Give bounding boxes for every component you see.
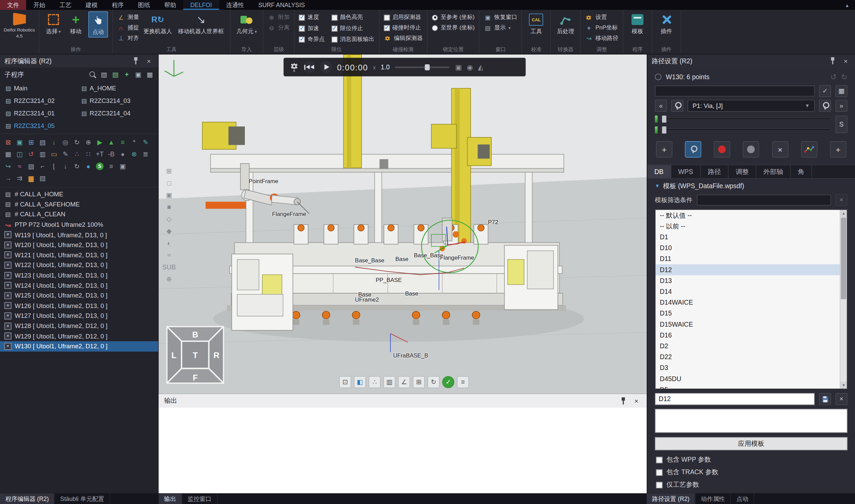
playback-settings-button[interactable]: ▾ — [290, 62, 298, 72]
slider-handle[interactable] — [662, 127, 666, 134]
delete-point-button[interactable]: × — [772, 141, 788, 157]
close-icon[interactable]: × — [144, 56, 154, 66]
scrollbar-thumb[interactable] — [841, 218, 846, 300]
template-list-item[interactable]: D1 — [656, 232, 840, 242]
viewport-strip-icon[interactable]: ⊕ — [166, 274, 172, 283]
viewport-bottom-icon[interactable]: ↻ — [428, 376, 440, 388]
program-toolbar-icon[interactable]: ◎ — [60, 138, 70, 147]
menu-item[interactable]: 程序 — [105, 0, 131, 10]
program-toolbar-icon[interactable]: ⊞ — [26, 138, 36, 147]
program-toolbar-icon[interactable]: ✎ — [141, 138, 150, 147]
viewport-strip-icon[interactable]: SUB — [162, 262, 176, 271]
template-section-header[interactable]: ▼ 模板 (WPS_DataFile.wpsdf) — [647, 179, 855, 193]
menu-item[interactable]: 文件 — [0, 0, 26, 10]
template-list-item[interactable]: D12 — [656, 264, 840, 275]
motion-type-dropdown[interactable]: P1: Via, [J] ▼ — [688, 100, 815, 112]
stop-button[interactable] — [743, 141, 759, 157]
viewport-strip-icon[interactable]: ⊞ — [166, 166, 172, 175]
prev-point-button[interactable]: « — [655, 100, 667, 112]
program-toolbar-icon[interactable]: ⌐ — [38, 161, 48, 171]
status-tab[interactable]: 动作属性 — [695, 493, 731, 504]
limit-checkbox[interactable]: 颜色高亮 — [331, 13, 374, 22]
attach-button[interactable]: ⊕附加 — [268, 13, 289, 22]
play-button[interactable] — [320, 61, 332, 73]
add-point-button[interactable]: + — [656, 141, 672, 157]
teach-point-button[interactable] — [685, 141, 701, 157]
menu-item[interactable]: 建模 — [78, 0, 105, 10]
speed-value[interactable]: 1.0 — [380, 63, 390, 71]
program-toolbar-icon[interactable]: ⌊ — [49, 161, 59, 171]
geometry-button[interactable]: 几何元▾ — [235, 12, 259, 37]
viewport-strip-icon[interactable]: ◐ — [167, 238, 171, 248]
statement-row[interactable]: W121 [ Utool1, Uframe2, D13, 0 ] — [0, 250, 158, 260]
status-tab[interactable]: 监控窗口 — [182, 493, 218, 504]
program-toolbar-icon[interactable]: ≣ — [141, 149, 150, 159]
template-list-item[interactable]: D22 — [656, 352, 840, 362]
viewport-strip-icon[interactable]: ■ — [167, 202, 171, 211]
program-toolbar-icon[interactable]: * — [129, 138, 139, 147]
pin-icon[interactable] — [131, 56, 141, 66]
tab[interactable]: 角 — [791, 165, 812, 178]
new-program-icon[interactable] — [100, 71, 108, 79]
statement-row[interactable]: W129 [ Utool1, Uframe2, D12, 0 ] — [0, 331, 158, 341]
viewport-bottom-icon[interactable]: ▥ — [383, 376, 395, 388]
add-after-button[interactable]: + — [830, 141, 846, 157]
scroll-up-icon[interactable]: ▲ — [840, 210, 847, 217]
teach-pin-icon[interactable] — [819, 100, 831, 112]
template-list-item[interactable]: D3 — [656, 362, 840, 373]
template-list-item[interactable]: D15 — [656, 308, 840, 319]
lock-radio[interactable]: 至参考 (坐标) — [432, 13, 475, 22]
view-cube[interactable]: B L T R F — [166, 326, 224, 384]
clear-filter-icon[interactable]: × — [835, 194, 847, 206]
program-toolbar-icon[interactable]: ◫ — [15, 149, 24, 159]
program-toolbar-icon[interactable]: ▭ — [49, 149, 59, 159]
position-slider[interactable] — [660, 118, 831, 120]
copy-icon[interactable] — [134, 71, 142, 79]
tab[interactable]: DB — [647, 165, 671, 178]
subprogram-item[interactable]: R2ZC3214_01 — [3, 108, 79, 118]
program-toolbar-icon[interactable]: ▲ — [106, 138, 116, 147]
move-robot-world-button[interactable]: ↘ 移动机器人世界框 — [176, 12, 226, 37]
template-list-item[interactable]: D14WAICE — [656, 297, 840, 308]
viewport-strip-icon[interactable]: □ — [167, 178, 171, 187]
template-list-item[interactable]: -- 默认值 -- — [656, 210, 840, 221]
viewport-strip-icon[interactable]: ≈ — [167, 250, 171, 259]
rewind-button[interactable] — [303, 61, 315, 73]
template-option-checkbox[interactable]: 仅工艺参数 — [647, 479, 855, 491]
viewport-bottom-icon[interactable]: ◧ — [354, 376, 366, 388]
program-toolbar-icon[interactable]: ↻ — [72, 161, 82, 171]
subprogram-item[interactable]: R2ZC3214_02 — [3, 96, 79, 106]
statement-row[interactable]: W124 [ Utool1, Uframe2, D13, 0 ] — [0, 280, 158, 290]
program-toolbar-icon[interactable]: ▨ — [26, 161, 36, 171]
viewport-strip-icon[interactable]: ◇ — [166, 214, 172, 223]
tab[interactable]: 路径 — [700, 165, 728, 178]
point-radio-icon[interactable] — [655, 73, 661, 80]
move-button[interactable]: + 移动 — [66, 12, 86, 37]
template-option-checkbox[interactable]: 包含 TRACK 参数 — [647, 466, 855, 479]
statement-row[interactable]: W125 [ Utool1, Uframe2, D13, 0 ] — [0, 290, 158, 301]
program-toolbar-icon[interactable]: ▤ — [38, 138, 48, 147]
viewport-bottom-icon[interactable]: ∠ — [398, 376, 410, 388]
program-toolbar-icon[interactable]: → — [3, 173, 13, 183]
statement-row[interactable]: W122 [ Utool1, Uframe2, D13, 0 ] — [0, 260, 158, 270]
calibration-tool-button[interactable]: CAL 工具 — [527, 12, 546, 37]
undo-icon[interactable]: ↺ — [830, 72, 837, 81]
statement-row[interactable]: W123 [ Utool1, Uframe2, D13, 0 ] — [0, 270, 158, 280]
program-toolbar-icon[interactable]: ≈ — [15, 161, 24, 171]
menu-item[interactable]: 开始 — [26, 0, 52, 10]
template-list-item[interactable]: D45DU — [656, 373, 840, 384]
status-tab[interactable]: Stäubli 单元配置 — [55, 493, 110, 504]
collision-checkbox[interactable]: 启用探测器 — [384, 13, 423, 22]
subprogram-item[interactable]: R2ZC3214_04 — [79, 108, 155, 118]
3d-viewport[interactable]: PointFrameFlangeFrameP72Base_BaseBaseBas… — [159, 54, 647, 394]
statement-row[interactable]: W126 [ Utool1, Uframe2, D13, 0 ] — [0, 301, 158, 311]
program-toolbar-icon[interactable]: ∴ — [72, 149, 82, 159]
move-path-button[interactable]: ↝移动路径 — [585, 34, 618, 43]
program-toolbar-icon[interactable]: ▣ — [118, 161, 128, 171]
next-point-button[interactable]: » — [835, 100, 847, 112]
viewport-bottom-icon[interactable]: ⊡ — [339, 376, 351, 388]
delete-icon[interactable] — [146, 71, 154, 79]
select-button[interactable]: 选择▾ — [44, 12, 63, 37]
pin-icon[interactable] — [828, 56, 838, 66]
template-list-item[interactable]: -- 以前 -- — [656, 221, 840, 232]
